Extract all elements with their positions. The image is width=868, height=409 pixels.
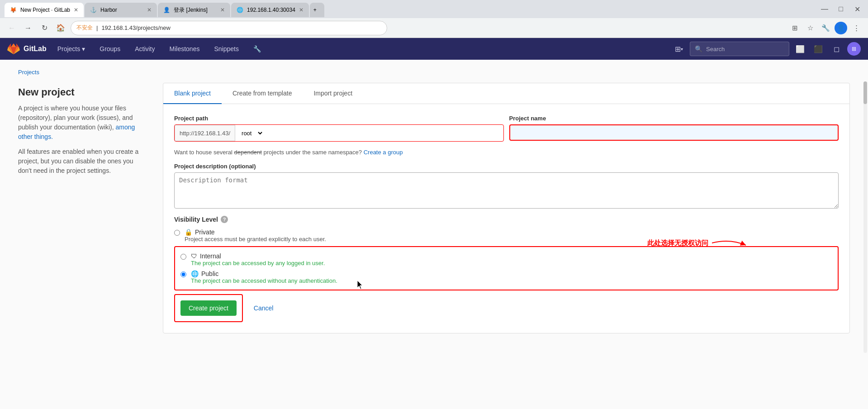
browser-tab-1[interactable]: 🦊 New Project · GitLab ✕ bbox=[5, 3, 84, 17]
nav-activity-label: Activity bbox=[135, 45, 155, 52]
back-button[interactable]: ← bbox=[5, 22, 18, 34]
radio-internal-desc: The project can be accessed by any logge… bbox=[191, 260, 325, 266]
menu-icon[interactable]: ⋮ bbox=[850, 22, 863, 34]
cancel-button[interactable]: Cancel bbox=[248, 300, 279, 316]
gitlab-logo-text: GitLab bbox=[24, 45, 47, 53]
description-textarea[interactable] bbox=[174, 172, 839, 209]
browser-tabs: 🦊 New Project · GitLab ✕ ⚓ Harbor ✕ 👤 登录… bbox=[5, 1, 324, 17]
path-input-row: http://192.168.1.43/ root bbox=[174, 124, 504, 142]
reload-button[interactable]: ↻ bbox=[38, 22, 51, 34]
tab4-close[interactable]: ✕ bbox=[299, 7, 304, 13]
browser-frame: 🦊 New Project · GitLab ✕ ⚓ Harbor ✕ 👤 登录… bbox=[0, 0, 868, 409]
radio-internal-content: 🛡 Internal The project can be accessed b… bbox=[191, 252, 325, 266]
annotation-text: 此处选择无授权访问 bbox=[647, 239, 708, 247]
forward-button[interactable]: → bbox=[22, 22, 34, 34]
nav-groups[interactable]: Groups bbox=[96, 43, 124, 54]
address-separator: | bbox=[96, 24, 98, 31]
new-tab-icon: + bbox=[313, 7, 317, 13]
description-label: Project description (optional) bbox=[174, 163, 839, 170]
tab-template-label: Create from template bbox=[232, 90, 292, 97]
user-avatar[interactable]: ⊞ bbox=[847, 42, 861, 56]
radio-internal[interactable] bbox=[180, 254, 186, 260]
radio-public[interactable] bbox=[180, 271, 186, 277]
tab4-title: 192.168.1.40:30034 bbox=[247, 7, 295, 13]
description-group: Project description (optional) bbox=[174, 163, 839, 209]
security-warning: 不安全 bbox=[76, 24, 93, 32]
sidebar-link-things[interactable]: among other things. bbox=[18, 124, 135, 140]
radio-public-title: 🌐 Public bbox=[191, 270, 337, 277]
tab-blank-project[interactable]: Blank project bbox=[163, 83, 222, 104]
radio-private-title: 🔒 Private bbox=[185, 228, 326, 236]
nav-projects[interactable]: Projects ▾ bbox=[54, 43, 89, 54]
scrollbar-track[interactable] bbox=[863, 81, 867, 353]
tab1-close[interactable]: ✕ bbox=[74, 7, 78, 13]
avatar-grid-icon: ⊞ bbox=[852, 46, 856, 52]
create-project-button[interactable]: Create project bbox=[180, 300, 237, 316]
sidebar-description-2: All features are enabled when you create… bbox=[18, 147, 145, 176]
nav-plus-button[interactable]: ⊞ ▾ bbox=[672, 42, 686, 56]
search-box[interactable]: 🔍 bbox=[690, 42, 789, 56]
new-project-layout: New project A project is where you house… bbox=[18, 83, 850, 333]
home-button[interactable]: 🏠 bbox=[54, 22, 67, 34]
radio-private[interactable] bbox=[174, 230, 180, 236]
annotation-arrow-svg bbox=[712, 236, 748, 250]
browser-tab-4[interactable]: 🌐 192.168.1.40:30034 ✕ bbox=[231, 3, 309, 17]
window-controls: — □ ✕ bbox=[818, 3, 863, 15]
wrench-icon: 🔧 bbox=[253, 45, 261, 52]
minimize-button[interactable]: — bbox=[818, 3, 831, 15]
namespace-hint-text: Want to house several dependent projects… bbox=[174, 149, 364, 156]
path-namespace-select[interactable]: root bbox=[235, 125, 264, 141]
profile-icon[interactable]: 👤 bbox=[835, 22, 847, 34]
browser-titlebar: 🦊 New Project · GitLab ✕ ⚓ Harbor ✕ 👤 登录… bbox=[0, 0, 868, 18]
maximize-button[interactable]: □ bbox=[835, 3, 847, 15]
browser-tab-3[interactable]: 👤 登录 [Jenkins] ✕ bbox=[158, 3, 230, 17]
visibility-label: Visibility Level ? bbox=[174, 216, 839, 223]
nav-groups-label: Groups bbox=[100, 45, 120, 52]
nav-issue-icon[interactable]: ◻ bbox=[829, 42, 844, 56]
nav-activity[interactable]: Activity bbox=[131, 43, 158, 54]
visibility-label-text: Visibility Level bbox=[174, 216, 218, 223]
browser-tab-2[interactable]: ⚓ Harbor ✕ bbox=[85, 3, 157, 17]
new-tab-button[interactable]: + bbox=[310, 3, 324, 17]
lock-icon: 🔒 bbox=[185, 228, 192, 236]
project-tabs: Blank project Create from template Impor… bbox=[163, 83, 849, 104]
breadcrumb: Projects bbox=[18, 69, 850, 76]
bookmark-icon[interactable]: ☆ bbox=[804, 22, 816, 34]
tab2-close[interactable]: ✕ bbox=[147, 7, 152, 13]
radio-option-internal: 🛡 Internal The project can be accessed b… bbox=[180, 252, 832, 266]
search-input[interactable] bbox=[706, 46, 784, 52]
browser-controls: ← → ↻ 🏠 不安全 | 192.168.1.43/projects/new … bbox=[0, 18, 868, 38]
new-project-main: Blank project Create from template Impor… bbox=[163, 83, 850, 333]
annotation-arrow-group: 此处选择无授权访问 bbox=[647, 236, 748, 250]
plus-icon: ⊞ bbox=[675, 45, 681, 53]
address-bar[interactable]: 不安全 | 192.168.1.43/projects/new bbox=[71, 21, 387, 35]
breadcrumb-link[interactable]: Projects bbox=[18, 69, 39, 76]
create-group-link[interactable]: Create a group bbox=[364, 149, 403, 156]
tab-import-project[interactable]: Import project bbox=[303, 83, 363, 104]
project-name-input[interactable]: test bbox=[509, 124, 839, 141]
extensions-icon[interactable]: 🔧 bbox=[819, 22, 832, 34]
tab-create-template[interactable]: Create from template bbox=[222, 83, 303, 104]
radio-public-label: Public bbox=[201, 270, 218, 277]
radio-private-desc: Project access must be granted explicitl… bbox=[185, 236, 326, 243]
radio-public-desc: The project can be accessed without any … bbox=[191, 277, 337, 284]
path-prefix: http://192.168.1.43/ bbox=[175, 125, 235, 141]
nav-merge-icon[interactable]: ⬛ bbox=[811, 42, 825, 56]
scrollbar-thumb[interactable] bbox=[863, 81, 867, 104]
nav-split-icon[interactable]: ⬜ bbox=[793, 42, 807, 56]
visibility-info-icon[interactable]: ? bbox=[221, 216, 228, 223]
namespace-hint: Want to house several dependent projects… bbox=[174, 149, 839, 156]
nav-snippets[interactable]: Snippets bbox=[210, 43, 242, 54]
nav-wrench[interactable]: 🔧 bbox=[250, 43, 265, 54]
form-actions-box: Create project bbox=[174, 294, 243, 322]
close-button[interactable]: ✕ bbox=[851, 3, 863, 15]
translate-icon[interactable]: ⊞ bbox=[788, 22, 801, 34]
nav-milestones[interactable]: Milestones bbox=[166, 43, 204, 54]
radio-private-label: Private bbox=[195, 228, 215, 236]
tab-blank-label: Blank project bbox=[174, 90, 211, 97]
tab2-icon: ⚓ bbox=[90, 7, 97, 13]
gitlab-logo[interactable]: GitLab bbox=[7, 43, 47, 55]
nav-projects-label: Projects bbox=[57, 45, 81, 52]
tab3-close[interactable]: ✕ bbox=[220, 7, 225, 13]
radio-private-content: 🔒 Private Project access must be granted… bbox=[185, 228, 326, 243]
